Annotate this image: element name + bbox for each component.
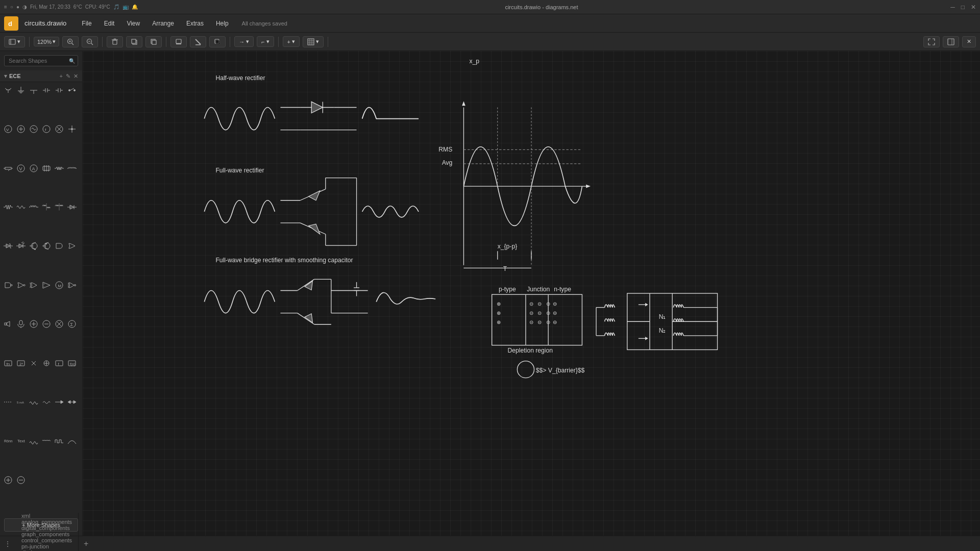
shape-battery[interactable]	[40, 162, 53, 174]
shape-func[interactable]: fn	[2, 357, 14, 369]
insert-button[interactable]: +▾	[283, 36, 300, 47]
fill-color-button[interactable]	[170, 36, 187, 47]
shape-fuse[interactable]: f	[40, 123, 53, 135]
shape-arrow-right[interactable]	[53, 396, 65, 408]
shape-text-label[interactable]: Text	[15, 435, 27, 447]
shape-speaker[interactable]	[2, 318, 14, 330]
maximize-button[interactable]: □	[961, 4, 965, 11]
zoom-dropdown-icon[interactable]: ▾	[53, 38, 56, 45]
tab-control_components[interactable]: control_components	[15, 537, 79, 543]
delete-button[interactable]	[107, 36, 123, 47]
shape-inductor[interactable]	[28, 201, 40, 213]
shape-int[interactable]: 2ⁿ	[15, 357, 27, 369]
format-panel-button[interactable]	[943, 36, 959, 47]
tab-diodes[interactable]: diodes	[15, 549, 79, 552]
shape-nor[interactable]	[15, 279, 27, 291]
shape-node-1[interactable]	[66, 123, 78, 135]
shape-minus-circle[interactable]	[15, 474, 27, 486]
shape-add-circle[interactable]	[28, 318, 40, 330]
shape-tilde[interactable]	[40, 396, 53, 408]
shape-mult[interactable]	[53, 318, 65, 330]
shape-lamp[interactable]	[53, 123, 65, 135]
shape-circle-1[interactable]: V	[2, 123, 14, 135]
zoom-in-button[interactable]	[62, 36, 79, 47]
shape-dotted-line[interactable]	[2, 396, 14, 408]
shape-wave[interactable]	[15, 201, 27, 213]
shape-rect-fx[interactable]: f(x)	[66, 357, 78, 369]
section-collapse-icon[interactable]: ▾	[4, 72, 7, 80]
fullscreen-button[interactable]	[923, 36, 940, 47]
shape-flat-coil[interactable]	[40, 435, 53, 447]
canvas-area[interactable]: .diagram-text { fill: #ddd; font-family:…	[83, 51, 980, 536]
shape-circle-a[interactable]: A	[28, 162, 40, 174]
shape-xor[interactable]	[28, 279, 40, 291]
shape-and[interactable]	[53, 240, 65, 252]
menu-view[interactable]: View	[121, 18, 145, 29]
menu-help[interactable]: Help	[211, 18, 234, 29]
to-front-button[interactable]	[126, 36, 142, 47]
shape-arrow-both[interactable]	[66, 396, 78, 408]
shape-rect-func[interactable]: f	[53, 357, 65, 369]
shape-var-resistor[interactable]	[2, 162, 14, 174]
shape-pnp[interactable]	[40, 240, 53, 252]
menu-edit[interactable]: Edit	[99, 18, 120, 29]
add-shape-icon[interactable]: +	[60, 73, 63, 80]
shape-capacitor[interactable]	[40, 84, 53, 96]
to-back-button[interactable]	[145, 36, 162, 47]
zoom-control[interactable]: 120% ▾	[34, 37, 59, 46]
tab-analog_components[interactable]: analog_components	[15, 519, 79, 525]
shape-label-text[interactable]: Rönnell	[2, 435, 14, 447]
tab-xml[interactable]: xml	[15, 513, 79, 519]
shape-zener[interactable]	[2, 240, 14, 252]
shape-plus-circle[interactable]	[2, 474, 14, 486]
shape-xnor[interactable]	[66, 279, 78, 291]
add-tab-button[interactable]: +	[79, 539, 93, 548]
shape-transformer[interactable]	[53, 201, 65, 213]
connection-style-button[interactable]: →▾	[234, 36, 254, 47]
close-panel-button[interactable]: ✕	[962, 36, 976, 47]
sidebar-toggle-button[interactable]: ▾	[4, 36, 25, 47]
shape-cross[interactable]	[28, 357, 40, 369]
tab-graph_components[interactable]: graph_components	[15, 531, 79, 537]
shape-ac-source[interactable]	[28, 123, 40, 135]
shape-ground[interactable]	[15, 84, 27, 96]
stroke-color-button[interactable]	[190, 36, 206, 47]
close-shape-icon[interactable]: ✕	[74, 73, 78, 80]
zoom-out-button[interactable]	[82, 36, 98, 47]
shape-sine[interactable]	[28, 435, 40, 447]
shape-sum[interactable]: Σ	[66, 318, 78, 330]
tab-pn-junction[interactable]: pn-junction	[15, 543, 79, 549]
tab-options-button[interactable]: ⋮	[0, 540, 15, 548]
edit-shape-icon[interactable]: ✎	[66, 73, 70, 80]
shape-wave-2[interactable]	[28, 396, 40, 408]
minimize-button[interactable]: ─	[950, 4, 955, 11]
shape-square-wave[interactable]	[53, 435, 65, 447]
shape-zigzag[interactable]	[2, 201, 14, 213]
shape-circle-cross[interactable]	[40, 357, 53, 369]
shape-mA-label[interactable]: 5 mA	[15, 396, 27, 408]
table-button[interactable]: ▾	[303, 36, 324, 47]
shape-polarized-cap[interactable]	[53, 84, 65, 96]
shape-coupled-ind[interactable]	[40, 201, 53, 213]
window-controls[interactable]: ─ □ ✕	[950, 4, 976, 11]
menu-extras[interactable]: Extras	[181, 18, 209, 29]
shape-sub-circle[interactable]	[40, 318, 53, 330]
tab-digital_components[interactable]: digital_components	[15, 525, 79, 531]
shape-coil[interactable]	[66, 162, 78, 174]
shape-circle-v[interactable]: V	[15, 162, 27, 174]
shape-antenna[interactable]	[2, 84, 14, 96]
close-button[interactable]: ✕	[971, 4, 976, 11]
shape-op-amp[interactable]: +−	[40, 279, 53, 291]
shape-resistor[interactable]	[53, 162, 65, 174]
shape-circle-2[interactable]	[15, 123, 27, 135]
menu-file[interactable]: File	[77, 18, 96, 29]
menu-arrange[interactable]: Arrange	[147, 18, 179, 29]
shape-switch[interactable]	[66, 84, 78, 96]
shape-diode[interactable]	[66, 201, 78, 213]
shape-tee[interactable]	[28, 84, 40, 96]
shape-npn[interactable]	[28, 240, 40, 252]
shape-mic[interactable]	[15, 318, 27, 330]
waypoint-style-button[interactable]: ⌐▾	[257, 36, 274, 47]
search-input[interactable]	[4, 55, 78, 66]
shape-arc[interactable]	[66, 435, 78, 447]
